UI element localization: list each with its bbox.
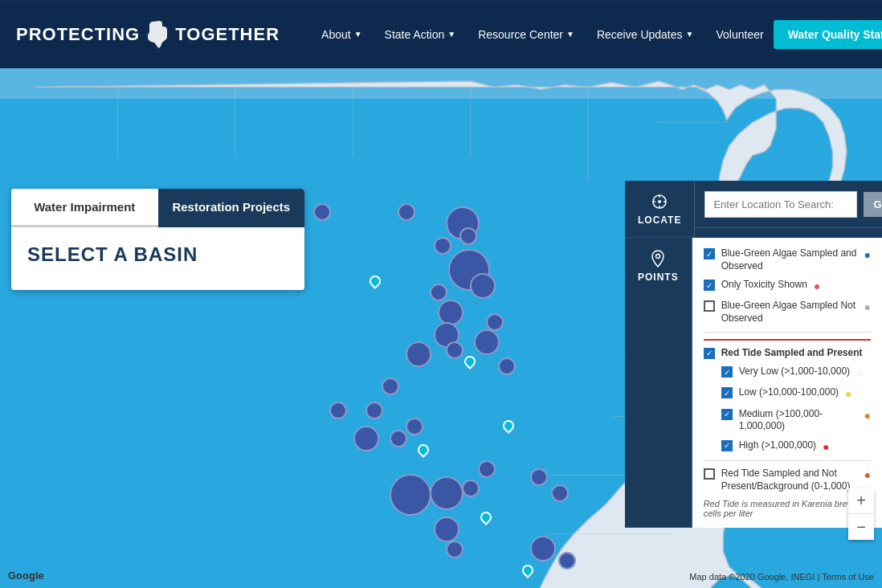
- florida-icon: [146, 20, 169, 49]
- nav-state-action[interactable]: State Action ▼: [375, 23, 466, 46]
- legend-item: Very Low (>1,000-10,000) ○: [704, 365, 871, 380]
- zoom-in-button[interactable]: +: [848, 488, 874, 514]
- select-basin-label: SELECT A BASIN: [27, 243, 288, 266]
- map-marker[interactable]: [365, 402, 383, 419]
- map-marker[interactable]: [313, 203, 331, 221]
- search-row: Go OR ➤ Find Me: [695, 181, 882, 228]
- legend-checkbox[interactable]: [704, 248, 715, 259]
- chevron-down-icon: ▼: [566, 30, 574, 39]
- dot-icon: ●: [864, 247, 871, 262]
- map-marker[interactable]: [530, 468, 548, 486]
- divider: [704, 460, 871, 461]
- right-panel: LOCATE Go OR ➤ Find Me: [625, 181, 882, 528]
- go-button[interactable]: Go: [864, 192, 882, 217]
- nav-receive-updates[interactable]: Receive Updates ▼: [587, 23, 704, 46]
- logo-text-together: TOGETHER: [175, 24, 280, 45]
- dot-icon: ●: [864, 300, 871, 314]
- map-marker[interactable]: [434, 237, 451, 255]
- chevron-down-icon: ▼: [447, 30, 455, 39]
- map-marker[interactable]: [462, 480, 480, 497]
- legend-checkbox[interactable]: [704, 468, 715, 480]
- map-marker[interactable]: [430, 476, 463, 510]
- dot-icon: ●: [864, 408, 871, 423]
- points-button[interactable]: POINTS: [625, 238, 692, 528]
- map-marker[interactable]: [558, 552, 576, 570]
- map-marker[interactable]: [329, 402, 347, 419]
- map-marker[interactable]: [498, 357, 516, 375]
- map-marker[interactable]: [353, 426, 379, 451]
- points-icon: [648, 249, 668, 268]
- legend-item: Only Toxicity Shown ●: [704, 279, 871, 293]
- legend-checkbox[interactable]: [704, 280, 715, 291]
- map-marker[interactable]: [470, 273, 496, 299]
- legend-item: Blue-Green Algae Sampled and Observed ●: [704, 247, 871, 272]
- dot-icon: ●: [814, 279, 820, 293]
- legend-checkbox[interactable]: [704, 348, 715, 359]
- dot-icon: ○: [856, 365, 863, 380]
- divider: [704, 332, 871, 333]
- map-data-attribution: Map data ©2020 Google, INEGI | Terms of …: [689, 572, 874, 582]
- logo[interactable]: PROTECTING TOGETHER: [16, 20, 280, 49]
- map-marker[interactable]: [430, 284, 447, 301]
- map-marker[interactable]: [434, 517, 459, 542]
- legend-item: Blue-Green Algae Sampled Not Observed ●: [704, 300, 871, 325]
- tab-restoration-projects[interactable]: Restoration Projects: [158, 189, 305, 227]
- nav-resource-center[interactable]: Resource Center ▼: [468, 23, 584, 46]
- legend-checkbox[interactable]: [721, 440, 733, 451]
- tab-bar: Water Impairment Restoration Projects: [11, 189, 304, 227]
- logo-text-protecting: PROTECTING: [16, 24, 140, 45]
- header: PROTECTING TOGETHER About ▼ State Action…: [0, 0, 882, 68]
- map-marker[interactable]: [398, 203, 415, 221]
- map-marker[interactable]: [474, 329, 500, 355]
- dot-icon: ●: [823, 439, 829, 454]
- map-marker[interactable]: [530, 536, 556, 561]
- zoom-out-button[interactable]: −: [848, 514, 874, 540]
- legend-checkbox[interactable]: [704, 300, 715, 312]
- map-marker[interactable]: [478, 460, 496, 478]
- map-marker[interactable]: [406, 341, 431, 367]
- locate-button[interactable]: LOCATE: [625, 181, 695, 238]
- nav-about[interactable]: About ▼: [312, 23, 372, 46]
- map-marker[interactable]: [486, 313, 504, 331]
- dot-icon: ●: [864, 468, 871, 482]
- location-search-input[interactable]: [704, 191, 857, 218]
- legend-checkbox[interactable]: [721, 409, 733, 420]
- legend-checkbox[interactable]: [721, 366, 733, 378]
- legend-panel: Blue-Green Algae Sampled and Observed ● …: [692, 238, 882, 528]
- main-nav: About ▼ State Action ▼ Resource Center ▼…: [312, 23, 774, 46]
- chevron-down-icon: ▼: [686, 30, 694, 39]
- zoom-controls: + −: [848, 488, 874, 540]
- map-marker[interactable]: [406, 418, 423, 435]
- dot-icon: ●: [845, 386, 851, 401]
- chevron-down-icon: ▼: [354, 30, 362, 39]
- map-marker[interactable]: [446, 341, 463, 359]
- locate-icon: [650, 192, 669, 211]
- legend-item: High (>1,000,000) ●: [704, 439, 871, 454]
- map-marker[interactable]: [459, 227, 477, 245]
- map-marker[interactable]: [390, 474, 431, 516]
- nav-volunteer[interactable]: Volunteer: [706, 23, 773, 46]
- locate-label: LOCATE: [638, 214, 681, 226]
- left-panel: Water Impairment Restoration Projects SE…: [11, 189, 304, 290]
- panel-body: SELECT A BASIN: [11, 227, 304, 290]
- legend-item: Low (>10,000-100,000) ●: [704, 386, 871, 401]
- google-watermark: Google: [8, 570, 44, 582]
- map-marker[interactable]: [446, 541, 463, 558]
- legend-item: Red Tide Sampled and Not Present/Backgro…: [704, 468, 871, 492]
- svg-point-25: [656, 255, 660, 259]
- legend-item: Medium (>100,000-1,000,000) ●: [704, 408, 871, 433]
- svg-point-20: [658, 200, 661, 203]
- red-tide-section: Red Tide Sampled and Present Very Low (>…: [704, 339, 871, 493]
- map-marker[interactable]: [551, 484, 569, 502]
- map-marker[interactable]: [390, 430, 407, 447]
- points-label: POINTS: [638, 272, 679, 283]
- tab-water-impairment[interactable]: Water Impairment: [11, 189, 158, 227]
- legend-note: Red Tide is measured in Karenia brevis c…: [704, 499, 871, 518]
- legend-checkbox[interactable]: [721, 387, 733, 398]
- water-quality-button[interactable]: Water Quality Status ▼: [774, 20, 882, 49]
- legend-item: Red Tide Sampled and Present: [704, 347, 871, 360]
- map-container: Great Bahama Grand Bahama Water I: [0, 68, 882, 588]
- map-marker[interactable]: [382, 378, 399, 395]
- map-marker[interactable]: [438, 300, 463, 325]
